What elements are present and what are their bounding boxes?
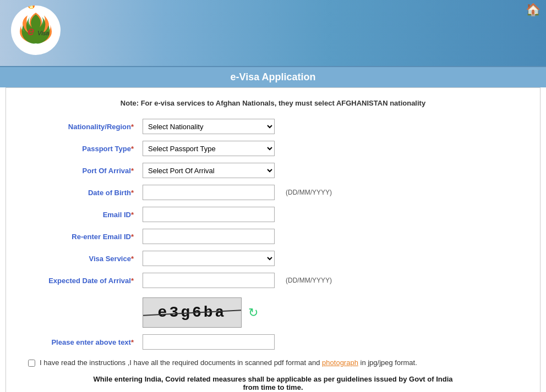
port-of-arrival-row: Port Of Arrival* Select Port Of Arrival <box>28 159 518 181</box>
header: 🔥 e Visa 🏠 <box>0 0 546 66</box>
expected-date-input[interactable] <box>143 273 275 288</box>
logo-area: 🔥 e Visa <box>11 5 61 55</box>
expected-date-cell <box>138 269 281 291</box>
captcha-image-row: e3g6ba ↻ <box>28 291 518 331</box>
logo-svg: e Visa <box>17 10 55 48</box>
port-of-arrival-select[interactable]: Select Port Of Arrival <box>143 163 275 178</box>
passport-type-select[interactable]: Select Passport Type <box>143 141 275 156</box>
note-text: Note: For e-visa services to Afghan Nati… <box>28 99 518 107</box>
captcha-input-cell <box>138 331 281 353</box>
expected-date-hint: (DD/MM/YYYY) <box>281 269 518 291</box>
form-table: Nationality/Region* Select Nationality P… <box>28 115 518 353</box>
port-of-arrival-cell: Select Port Of Arrival <box>138 159 281 181</box>
passport-type-label: Passport Type* <box>28 137 138 159</box>
terms-checkbox[interactable] <box>28 360 35 367</box>
captcha-input[interactable] <box>143 334 275 350</box>
terms-checkbox-row: I have read the instructions ,I have all… <box>28 358 518 367</box>
dob-row: Date of Birth* (DD/MM/YYYY) <box>28 181 518 203</box>
nationality-label: Nationality/Region* <box>28 115 138 137</box>
captcha-refresh-icon[interactable]: ↻ <box>248 306 258 320</box>
page-title-top: e-Visa Application <box>0 66 546 87</box>
email-cell <box>138 203 281 225</box>
dob-hint: (DD/MM/YYYY) <box>281 181 518 203</box>
expected-date-row: Expected Date of Arrival* (DD/MM/YYYY) <box>28 269 518 291</box>
covid-notice: While entering India, Covid related meas… <box>28 375 518 391</box>
passport-type-cell: Select Passport Type <box>138 137 281 159</box>
dob-input[interactable] <box>143 185 275 200</box>
logo-circle: 🔥 e Visa <box>11 5 61 55</box>
re-email-row: Re-enter Email ID* <box>28 225 518 247</box>
captcha-input-label: Please enter above text* <box>28 331 138 353</box>
photograph-link[interactable]: photograph <box>322 358 358 367</box>
nationality-cell: Select Nationality <box>138 115 281 137</box>
visa-service-row: Visa Service* <box>28 247 518 269</box>
email-label: Email ID* <box>28 203 138 225</box>
svg-text:Visa: Visa <box>37 30 49 36</box>
nationality-select[interactable]: Select Nationality <box>143 119 275 134</box>
visa-service-select[interactable] <box>143 251 275 266</box>
title-text: e-Visa Application <box>230 71 315 82</box>
main-form-area: Note: For e-visa services to Afghan Nati… <box>6 87 540 392</box>
visa-service-cell <box>138 247 281 269</box>
email-row: Email ID* <box>28 203 518 225</box>
re-email-input[interactable] <box>143 229 275 244</box>
home-icon[interactable]: 🏠 <box>526 3 540 17</box>
port-of-arrival-label: Port Of Arrival* <box>28 159 138 181</box>
dob-cell <box>138 181 281 203</box>
dob-label: Date of Birth* <box>28 181 138 203</box>
re-email-label: Re-enter Email ID* <box>28 225 138 247</box>
email-input[interactable] <box>143 207 275 222</box>
expected-date-label: Expected Date of Arrival* <box>28 269 138 291</box>
svg-text:e: e <box>28 24 34 38</box>
passport-type-row: Passport Type* Select Passport Type <box>28 137 518 159</box>
visa-service-label: Visa Service* <box>28 247 138 269</box>
nationality-row: Nationality/Region* Select Nationality <box>28 115 518 137</box>
captcha-image: e3g6ba <box>143 297 242 328</box>
terms-label: I have read the instructions ,I have all… <box>40 358 417 367</box>
re-email-cell <box>138 225 281 247</box>
captcha-input-row: Please enter above text* <box>28 331 518 353</box>
captcha-area: e3g6ba ↻ <box>138 291 518 331</box>
